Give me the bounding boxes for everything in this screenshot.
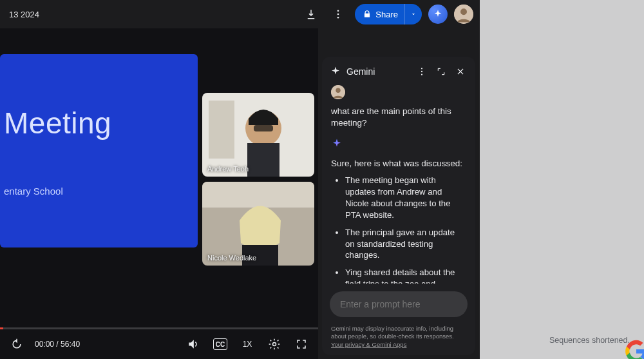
sequences-note: Sequences shortened. (549, 336, 630, 345)
prompt-input-wrapper[interactable] (330, 291, 468, 317)
slide-subtitle: entary School (0, 186, 198, 197)
answer-list: The meeting began with updates from Andr… (331, 175, 466, 284)
download-icon (305, 8, 317, 20)
avatar-placeholder-icon (454, 5, 473, 24)
fullscreen-button[interactable] (292, 335, 310, 353)
prompt-input-container (322, 284, 475, 325)
sparkle-icon (330, 66, 341, 77)
more-vert-icon (417, 66, 427, 77)
slide-title: Meeting (0, 106, 198, 141)
gemini-toggle-button[interactable] (428, 5, 448, 24)
video-app-window: 13 2024 Share Meeting entary Scho (0, 0, 480, 359)
participant-video-1 (202, 93, 314, 177)
user-question-text: what are the main points of this meeting… (331, 106, 466, 129)
share-label: Share (375, 10, 398, 19)
prompt-input[interactable] (340, 299, 457, 309)
caret-down-icon (410, 11, 417, 17)
gemini-expand-button[interactable] (434, 64, 448, 79)
player-controls: 00:00 / 56:40 CC 1X (0, 329, 318, 359)
google-logo-icon (625, 340, 644, 359)
cc-icon: CC (213, 338, 227, 350)
sparkle-icon (433, 9, 443, 19)
share-button[interactable]: Share (355, 4, 422, 24)
user-message (331, 85, 466, 99)
date-label: 13 2024 (6, 10, 39, 19)
svg-point-15 (421, 68, 422, 69)
gemini-panel: Gemini what are the main points of this … (322, 57, 475, 355)
svg-rect-8 (247, 143, 279, 177)
replay-button[interactable] (8, 335, 26, 353)
participant-video-2 (202, 182, 314, 266)
participant-tile: Nicole Wedlake (202, 182, 314, 266)
answer-point: The principal gave an update on standard… (345, 227, 466, 261)
gemini-body: what are the main points of this meeting… (322, 85, 475, 284)
gear-icon (268, 338, 281, 351)
privacy-link[interactable]: Your privacy & Gemini Apps (331, 341, 406, 348)
presentation-slide: Meeting entary School (0, 54, 198, 247)
ai-message: Sure, here is what was discussed: The me… (331, 138, 466, 284)
gemini-disclaimer: Gemini may display inaccurate info, incl… (322, 325, 475, 355)
svg-point-1 (337, 14, 339, 15)
answer-point: The meeting began with updates from Andr… (345, 175, 466, 220)
volume-button[interactable] (184, 335, 202, 353)
participant-name: Nicole Wedlake (207, 254, 256, 262)
video-area: Meeting entary School Andrew Teoh (0, 28, 318, 359)
svg-point-0 (337, 10, 339, 12)
svg-point-4 (460, 8, 467, 15)
ai-intro-text: Sure, here is what was discussed: (331, 159, 466, 168)
answer-point: Ying shared details about the field trip… (345, 267, 466, 284)
gemini-close-button[interactable] (453, 64, 468, 79)
svg-point-14 (273, 343, 276, 346)
svg-rect-6 (209, 101, 234, 159)
close-icon (456, 67, 465, 76)
download-button[interactable] (301, 4, 321, 24)
topbar: 13 2024 Share (0, 0, 480, 28)
more-vert-icon (332, 8, 344, 20)
participant-tile: Andrew Teoh (202, 93, 314, 177)
account-avatar[interactable] (454, 5, 473, 24)
sparkle-icon (331, 138, 343, 150)
expand-icon (437, 67, 446, 76)
more-button[interactable] (328, 4, 348, 24)
user-avatar (331, 85, 345, 99)
svg-point-19 (336, 88, 340, 93)
svg-rect-11 (202, 182, 314, 208)
svg-rect-9 (254, 125, 273, 131)
gemini-header: Gemini (322, 57, 475, 85)
captions-button[interactable]: CC (211, 335, 229, 353)
share-caret[interactable] (404, 4, 422, 24)
volume-icon (187, 338, 200, 351)
gemini-menu-button[interactable] (415, 64, 429, 79)
speed-button[interactable]: 1X (238, 335, 256, 353)
replay-icon (10, 338, 23, 351)
svg-point-17 (421, 74, 422, 75)
content: Meeting entary School Andrew Teoh (0, 28, 480, 359)
time-display: 00:00 / 56:40 (35, 340, 80, 349)
participant-name: Andrew Teoh (207, 165, 249, 173)
svg-point-16 (421, 71, 422, 72)
gemini-title: Gemini (346, 66, 410, 77)
svg-point-2 (337, 17, 339, 19)
fullscreen-icon (296, 338, 307, 350)
settings-button[interactable] (265, 335, 283, 353)
lock-share-icon (363, 10, 372, 19)
share-main[interactable]: Share (355, 4, 404, 24)
